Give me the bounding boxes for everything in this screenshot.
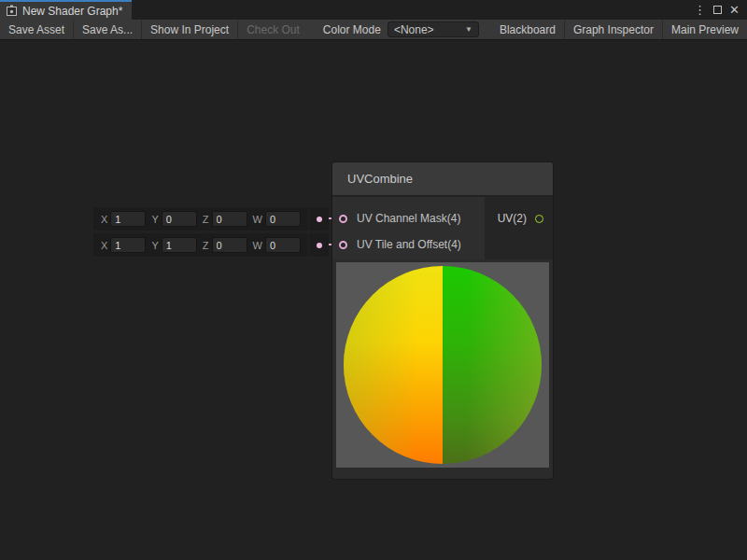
node-uvcombine[interactable]: UVCombine UV Channel Mask(4) UV Tile and… <box>332 162 553 479</box>
output-row-uv: UV(2) <box>498 205 553 231</box>
input-port-uv-tile-offset[interactable] <box>339 241 347 249</box>
y-field[interactable] <box>162 211 197 227</box>
check-out-button: Check Out <box>237 20 308 39</box>
vector4-fields: X Y Z W <box>93 207 308 231</box>
graph-inspector-button[interactable]: Graph Inspector <box>564 20 662 39</box>
port-dot-icon <box>317 243 322 248</box>
node-title: UVCombine <box>347 172 413 186</box>
sphere-left-half-uv0 <box>344 266 443 464</box>
port-dot-icon <box>317 217 322 222</box>
y-label: Y <box>151 214 158 225</box>
vector4-fields: X Y Z W <box>93 233 308 257</box>
input-port-label: UV Channel Mask(4) <box>357 212 460 225</box>
w-field[interactable] <box>265 211 301 227</box>
node-preview[interactable] <box>336 262 549 468</box>
tab-bar: New Shader Graph* ⋮ ✕ <box>0 0 747 20</box>
vector4-input-2[interactable]: X Y Z W <box>93 233 329 257</box>
x-field[interactable] <box>110 211 146 227</box>
z-label: Z <box>203 240 209 251</box>
close-icon[interactable]: ✕ <box>729 4 740 16</box>
input-port-label: UV Tile and Offset(4) <box>357 238 461 251</box>
save-as-button[interactable]: Save As... <box>73 20 141 39</box>
graph-canvas[interactable]: X Y Z W X Y Z W UVCombine <box>0 40 747 560</box>
window-controls: ⋮ ✕ <box>694 0 747 20</box>
output-port-uv[interactable] <box>535 215 543 223</box>
save-asset-button[interactable]: Save Asset <box>0 20 73 39</box>
x-field[interactable] <box>110 237 146 253</box>
output-port-label: UV(2) <box>498 212 527 225</box>
color-mode-value: <None> <box>394 23 434 36</box>
vector4-output-port[interactable] <box>309 233 329 257</box>
shader-graph-icon <box>6 5 18 17</box>
color-mode-dropdown[interactable]: <None> ▼ <box>388 21 479 37</box>
tab-new-shader-graph[interactable]: New Shader Graph* <box>0 0 132 20</box>
node-header[interactable]: UVCombine <box>332 162 553 197</box>
tab-title: New Shader Graph* <box>22 5 122 18</box>
menu-icon[interactable]: ⋮ <box>694 4 706 16</box>
toolbar-gap <box>479 20 491 39</box>
main-preview-button[interactable]: Main Preview <box>662 20 747 39</box>
chevron-down-icon: ▼ <box>465 25 472 34</box>
input-port-uv-channel-mask[interactable] <box>339 215 347 223</box>
vector4-input-1[interactable]: X Y Z W <box>93 207 329 231</box>
x-label: X <box>101 214 107 225</box>
x-label: X <box>101 240 107 251</box>
input-row-uv-tile-offset: UV Tile and Offset(4) <box>332 231 485 258</box>
node-ports: UV Channel Mask(4) UV Tile and Offset(4)… <box>332 197 553 259</box>
w-label: W <box>253 214 262 225</box>
node-input-panel: UV Channel Mask(4) UV Tile and Offset(4) <box>332 197 485 259</box>
toolbar-spacer <box>308 20 317 39</box>
color-mode-label: Color Mode <box>317 20 388 39</box>
z-label: Z <box>203 214 209 225</box>
vector4-output-port[interactable] <box>309 207 329 231</box>
node-output-panel: UV(2) <box>485 197 553 259</box>
maximize-icon[interactable] <box>713 6 722 14</box>
blackboard-button[interactable]: Blackboard <box>491 20 564 39</box>
y-label: Y <box>151 240 158 251</box>
preview-sphere <box>344 266 542 464</box>
z-field[interactable] <box>212 237 247 253</box>
y-field[interactable] <box>162 237 197 253</box>
toolbar: Save Asset Save As... Show In Project Ch… <box>0 20 747 40</box>
w-field[interactable] <box>265 237 301 253</box>
show-in-project-button[interactable]: Show In Project <box>141 20 237 39</box>
input-row-uv-channel-mask: UV Channel Mask(4) <box>332 205 485 231</box>
sphere-right-half-uv1 <box>443 266 542 464</box>
shader-graph-window: New Shader Graph* ⋮ ✕ Save Asset Save As… <box>0 0 747 560</box>
w-label: W <box>253 240 262 251</box>
z-field[interactable] <box>212 211 247 227</box>
